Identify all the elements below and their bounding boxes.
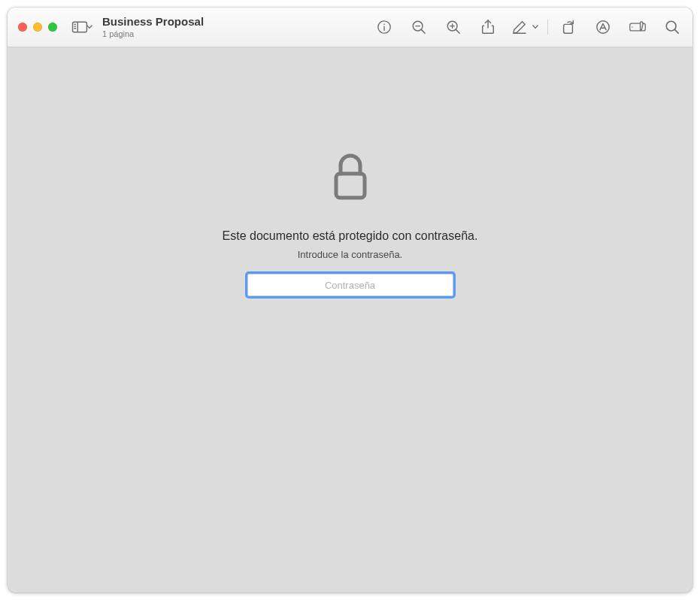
svg-point-17 bbox=[597, 21, 609, 33]
zoom-in-icon bbox=[446, 20, 461, 35]
view-mode-button[interactable] bbox=[69, 17, 95, 38]
password-prompt: Este documento está protegido con contra… bbox=[8, 153, 692, 296]
password-message-sub: Introduce la contraseña. bbox=[298, 249, 402, 260]
search-icon bbox=[665, 20, 680, 35]
svg-line-9 bbox=[422, 30, 426, 34]
password-input[interactable] bbox=[247, 274, 453, 296]
highlight-icon bbox=[511, 20, 528, 34]
info-button[interactable] bbox=[371, 17, 397, 38]
form-fill-button[interactable] bbox=[625, 17, 650, 38]
window-controls bbox=[18, 23, 57, 32]
rotate-icon bbox=[561, 20, 576, 35]
password-message-main: Este documento está protegido con contra… bbox=[223, 229, 478, 243]
minimize-window-button[interactable] bbox=[33, 23, 42, 32]
svg-line-22 bbox=[675, 30, 679, 34]
svg-rect-23 bbox=[336, 174, 365, 198]
zoom-in-button[interactable] bbox=[441, 17, 466, 38]
app-window: Business Proposal 1 página bbox=[8, 8, 692, 592]
document-title-block: Business Proposal 1 página bbox=[102, 16, 204, 38]
share-button[interactable] bbox=[475, 17, 501, 38]
toolbar-separator bbox=[547, 20, 548, 35]
zoom-out-icon bbox=[411, 20, 426, 35]
sidebar-icon bbox=[71, 20, 88, 34]
svg-rect-16 bbox=[564, 24, 573, 33]
zoom-window-button[interactable] bbox=[48, 23, 57, 32]
svg-point-6 bbox=[383, 24, 385, 26]
form-icon bbox=[629, 21, 647, 33]
chevron-down-icon bbox=[532, 25, 539, 29]
document-area: Este documento está protegido con contra… bbox=[8, 47, 692, 592]
close-window-button[interactable] bbox=[18, 23, 27, 32]
highlight-button[interactable] bbox=[510, 17, 540, 38]
search-button[interactable] bbox=[659, 17, 685, 38]
markup-icon bbox=[595, 20, 611, 35]
chevron-down-icon bbox=[86, 25, 93, 29]
titlebar: Business Proposal 1 página bbox=[8, 8, 692, 47]
document-subtitle: 1 página bbox=[102, 29, 204, 38]
rotate-button[interactable] bbox=[556, 17, 581, 38]
zoom-out-button[interactable] bbox=[406, 17, 432, 38]
info-icon bbox=[377, 20, 392, 35]
share-icon bbox=[480, 19, 495, 35]
toolbar-right bbox=[371, 17, 685, 38]
svg-rect-0 bbox=[72, 22, 86, 32]
document-title: Business Proposal bbox=[102, 16, 204, 29]
markup-button[interactable] bbox=[590, 17, 616, 38]
lock-icon bbox=[332, 153, 369, 205]
svg-line-12 bbox=[456, 30, 460, 34]
